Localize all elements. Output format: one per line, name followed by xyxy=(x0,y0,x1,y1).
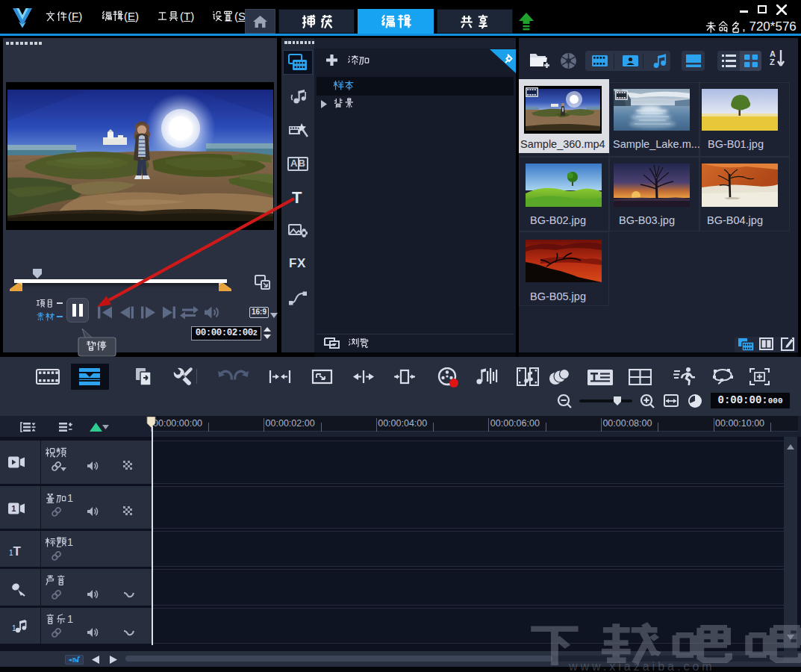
svg-text:1: 1 xyxy=(11,504,16,513)
